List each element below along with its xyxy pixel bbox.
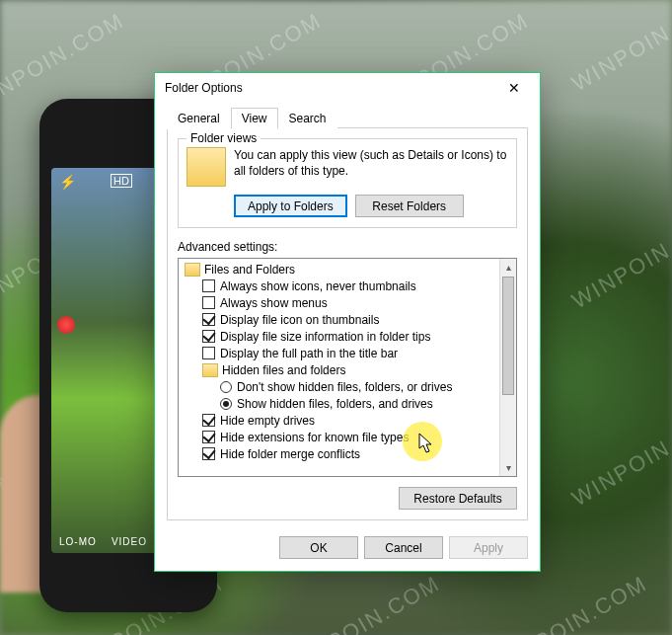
scroll-down-button[interactable]: ▾ — [500, 459, 516, 476]
folder-views-title: Folder views — [187, 131, 261, 145]
folder-views-icon — [187, 147, 226, 187]
apply-button[interactable]: Apply — [449, 536, 528, 559]
scroll-up-button[interactable]: ▴ — [500, 259, 516, 276]
folder-views-group: Folder views You can apply this view (su… — [178, 138, 517, 228]
radio-icon[interactable] — [220, 381, 232, 393]
tab-body-view: Folder views You can apply this view (su… — [167, 128, 528, 520]
hdr-icon: HD — [111, 174, 132, 188]
tree-root: Files and Folders — [181, 261, 499, 278]
tab-strip: General View Search — [155, 103, 540, 128]
record-icon — [57, 316, 75, 334]
close-button[interactable]: ✕ — [494, 74, 534, 102]
close-icon: ✕ — [508, 80, 520, 96]
tab-general[interactable]: General — [167, 108, 231, 129]
tree-item[interactable]: Always show menus — [181, 294, 499, 311]
checkbox-icon[interactable] — [202, 431, 215, 443]
ok-button[interactable]: OK — [279, 536, 358, 559]
apply-to-folders-button[interactable]: Apply to Folders — [234, 195, 347, 217]
advanced-settings-label: Advanced settings: — [178, 240, 517, 254]
checkbox-icon[interactable] — [202, 313, 215, 326]
tree-item[interactable]: Display file icon on thumbnails — [181, 311, 499, 328]
folder-icon — [185, 263, 200, 277]
reset-folders-button[interactable]: Reset Folders — [355, 195, 464, 217]
checkbox-icon[interactable] — [202, 330, 215, 343]
checkbox-icon[interactable] — [202, 447, 215, 460]
folder-views-description: You can apply this view (such as Details… — [234, 147, 508, 187]
restore-defaults-button[interactable]: Restore Defaults — [399, 487, 517, 510]
dialog-button-row: OK Cancel Apply — [155, 530, 540, 571]
tree-item-radio[interactable]: Show hidden files, folders, and drives — [181, 395, 499, 412]
cancel-button[interactable]: Cancel — [364, 536, 443, 559]
tree-item[interactable]: Display the full path in the title bar — [181, 345, 499, 361]
tree-item[interactable]: Display file size information in folder … — [181, 328, 499, 345]
tree-item[interactable]: Hide empty drives — [181, 412, 499, 429]
tab-view[interactable]: View — [231, 108, 278, 129]
checkbox-icon[interactable] — [202, 347, 215, 359]
phone-mode-lomo: LO-MO — [59, 536, 97, 547]
checkbox-icon[interactable] — [202, 279, 215, 292]
tab-search[interactable]: Search — [278, 108, 337, 129]
dialog-title: Folder Options — [165, 81, 243, 95]
checkbox-icon[interactable] — [202, 296, 215, 309]
tree-item[interactable]: Hide extensions for known file types — [181, 429, 499, 445]
advanced-settings-tree[interactable]: Files and Folders Always show icons, nev… — [178, 258, 517, 477]
tree-item-radio[interactable]: Don't show hidden files, folders, or dri… — [181, 378, 499, 395]
phone-mode-video: VIDEO — [112, 536, 147, 547]
scrollbar[interactable]: ▴ ▾ — [499, 259, 516, 476]
tree-folder: Hidden files and folders — [181, 361, 499, 378]
folder-options-dialog: Folder Options ✕ General View Search Fol… — [154, 72, 541, 572]
scroll-thumb[interactable] — [502, 277, 514, 395]
checkbox-icon[interactable] — [202, 414, 215, 427]
radio-icon[interactable] — [220, 398, 232, 410]
tree-item[interactable]: Always show icons, never thumbnails — [181, 278, 499, 294]
titlebar[interactable]: Folder Options ✕ — [155, 73, 540, 103]
folder-icon — [202, 363, 218, 377]
tree-item[interactable]: Hide folder merge conflicts — [181, 445, 499, 462]
flash-icon: ⚡ — [59, 174, 76, 190]
